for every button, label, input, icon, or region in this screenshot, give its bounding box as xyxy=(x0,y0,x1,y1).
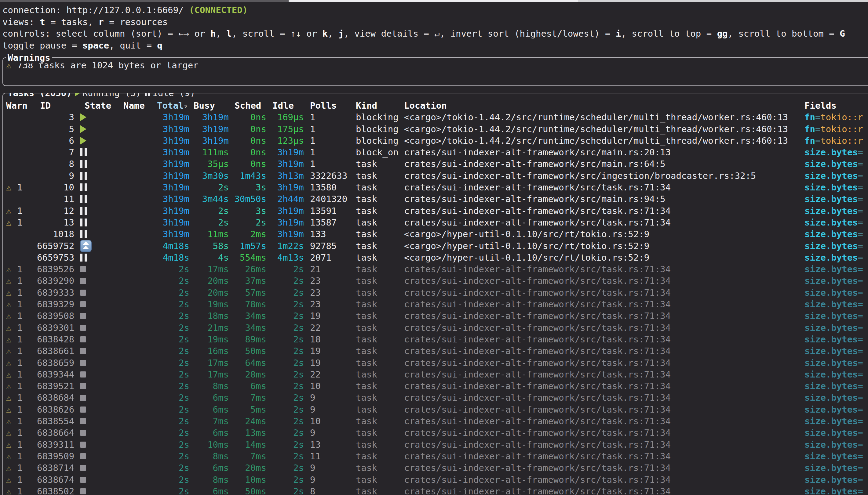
task-row[interactable]: 113h19m3m44s30m50s2h44m2401320taskcrates… xyxy=(3,193,868,205)
task-row[interactable]: ⚠168393442s17ms28ms2s22taskcrates/sui-in… xyxy=(3,369,868,380)
column-header-total[interactable]: Total▿ xyxy=(157,100,189,112)
task-state xyxy=(74,392,123,404)
column-header-fields[interactable]: Fields xyxy=(804,100,868,112)
task-state xyxy=(74,182,123,193)
task-location: crates/sui-indexer-alt-framework/src/tas… xyxy=(404,369,804,380)
task-idle: 2s xyxy=(266,298,304,310)
column-header-name[interactable]: Name xyxy=(123,100,157,112)
task-name xyxy=(123,404,157,415)
task-state xyxy=(74,112,123,123)
completed-icon xyxy=(80,301,86,307)
task-kind: task xyxy=(356,474,404,485)
completed-icon xyxy=(80,313,86,319)
task-busy: 58s xyxy=(189,240,229,252)
task-id: 6838684 xyxy=(37,392,74,404)
task-row[interactable]: ⚠168387142s6ms20ms2s9taskcrates/sui-inde… xyxy=(3,462,868,474)
task-row[interactable]: ⚠168393292s19ms78ms2s23taskcrates/sui-in… xyxy=(3,298,868,310)
task-idle: 1m22s xyxy=(266,240,304,252)
task-row[interactable]: ⚠168395092s8ms7ms2s11taskcrates/sui-inde… xyxy=(3,450,868,462)
task-busy: 17ms xyxy=(189,357,229,369)
task-kind: task xyxy=(356,380,404,392)
task-row[interactable]: ⚠168385022s6ms50ms2s8taskcrates/sui-inde… xyxy=(3,485,868,495)
task-idle: 2s xyxy=(266,334,304,345)
warning-icon: ⚠ xyxy=(6,217,17,228)
task-polls: 9 xyxy=(304,404,356,415)
task-row[interactable]: ⚠168384282s19ms89ms2s18taskcrates/sui-in… xyxy=(3,334,868,345)
column-header-loc[interactable]: Location xyxy=(404,100,804,112)
task-busy: 3h19m xyxy=(189,112,229,123)
task-row[interactable]: ⚠168386642s6ms13ms2s9taskcrates/sui-inde… xyxy=(3,427,868,439)
task-row[interactable]: ⚠1133h19m2s2s3h19m13587taskcrates/sui-in… xyxy=(3,217,868,228)
column-header-state[interactable]: State xyxy=(74,100,123,112)
task-row[interactable]: ⚠168395082s18ms34ms2s19taskcrates/sui-in… xyxy=(3,310,868,322)
task-row[interactable]: 66597524m18s58s1m57s1m22s92785task<cargo… xyxy=(3,240,868,252)
task-kind: blocking xyxy=(356,112,404,123)
task-row[interactable]: ⚠168395212s8ms6ms2s10taskcrates/sui-inde… xyxy=(3,380,868,392)
task-polls: 1 xyxy=(304,112,356,123)
task-row[interactable]: 63h19m3h19m0ns123µs1blocking<cargo>/toki… xyxy=(3,135,868,147)
task-polls: 3322633 xyxy=(304,170,356,182)
toggle-line: toggle pause = space, quit = q xyxy=(2,40,868,52)
idle-icon xyxy=(80,195,87,203)
task-row[interactable]: ⚠168395262s17ms26ms2s21taskcrates/sui-in… xyxy=(3,263,868,275)
task-row[interactable]: 53h19m3h19m0ns175µs1blocking<cargo>/toki… xyxy=(3,123,868,135)
column-header-polls[interactable]: Polls xyxy=(304,100,356,112)
task-row[interactable]: ⚠168385542s7ms24ms2s10taskcrates/sui-ind… xyxy=(3,415,868,427)
task-polls: 13580 xyxy=(304,182,356,193)
column-header-busy[interactable]: Busy xyxy=(189,100,229,112)
column-header-kind[interactable]: Kind xyxy=(356,100,404,112)
task-location: crates/sui-indexer-alt-framework/src/tas… xyxy=(404,217,804,228)
idle-icon xyxy=(80,148,87,156)
task-sched: 0ns xyxy=(229,135,266,147)
tasks-table-body: 33h19m3h19m0ns169µs1blocking<cargo>/toki… xyxy=(3,112,868,495)
console-header-help: connection: http://127.0.0.1:6669/ (CONN… xyxy=(0,2,868,51)
warning-icon: ⚠ xyxy=(6,357,17,369)
active-tab[interactable] xyxy=(289,0,578,2)
task-location: crates/sui-indexer-alt-framework/src/ing… xyxy=(404,170,804,182)
warn-cell: ⚠1 xyxy=(6,275,37,287)
running-icon xyxy=(80,113,86,121)
task-name xyxy=(123,485,157,495)
task-idle: 2s xyxy=(266,404,304,415)
task-row[interactable]: ⚠168386742s8ms10ms2s9taskcrates/sui-inde… xyxy=(3,474,868,485)
task-busy: 111ms xyxy=(189,147,229,158)
warn-cell: ⚠1 xyxy=(6,345,37,357)
task-row[interactable]: 33h19m3h19m0ns169µs1blocking<cargo>/toki… xyxy=(3,112,868,123)
controls-line-segment: j xyxy=(338,28,344,39)
task-state xyxy=(74,380,123,392)
task-total: 2s xyxy=(157,392,189,404)
task-row[interactable]: ⚠168393012s21ms34ms2s22taskcrates/sui-in… xyxy=(3,322,868,334)
column-header-warn[interactable]: Warn xyxy=(6,100,37,112)
controls-line-segment: k xyxy=(322,28,328,39)
task-location: crates/sui-indexer-alt-framework/src/tas… xyxy=(404,485,804,495)
task-id: 13 xyxy=(37,217,74,228)
task-row[interactable]: ⚠168393332s20ms57ms2s23taskcrates/sui-in… xyxy=(3,287,868,298)
task-row[interactable]: 73h19m111ms0ns3h19m1block_oncrates/sui-i… xyxy=(3,147,868,158)
warnings-panel-title: Warnings xyxy=(6,52,52,64)
task-row[interactable]: 93h19m3m30s1m43s3h13m3322633taskcrates/s… xyxy=(3,170,868,182)
column-header-idle[interactable]: Idle xyxy=(266,100,304,112)
task-sched: 64ms xyxy=(229,357,266,369)
task-kind: task xyxy=(356,450,404,462)
task-row[interactable]: ⚠168386612s16ms50ms2s19taskcrates/sui-in… xyxy=(3,345,868,357)
controls-line-segment: l xyxy=(226,28,232,39)
task-sched: 26ms xyxy=(229,263,266,275)
scheduled-icon xyxy=(80,240,91,252)
task-fields: size.bytes= xyxy=(804,392,868,404)
task-row[interactable]: 10183h19m11ms2ms3h19m133task<cargo>/hype… xyxy=(3,228,868,240)
task-id: 6659753 xyxy=(37,252,74,263)
task-row[interactable]: ⚠168386262s6ms5ms2s9taskcrates/sui-index… xyxy=(3,404,868,415)
task-id: 6839508 xyxy=(37,310,74,322)
task-row[interactable]: ⚠168393112s10ms14ms2s13taskcrates/sui-in… xyxy=(3,439,868,450)
task-row[interactable]: ⚠168386592s17ms64ms2s19taskcrates/sui-in… xyxy=(3,357,868,369)
task-row[interactable]: 66597534m18s4s554ms4m13s2071task<cargo>/… xyxy=(3,252,868,263)
task-kind: task xyxy=(356,252,404,263)
column-header-id[interactable]: ID xyxy=(37,100,74,112)
task-row[interactable]: ⚠168392902s20ms37ms2s23taskcrates/sui-in… xyxy=(3,275,868,287)
column-header-sched[interactable]: Sched xyxy=(229,100,266,112)
task-row[interactable]: ⚠168386842s6ms7ms2s9taskcrates/sui-index… xyxy=(3,392,868,404)
task-location: crates/sui-indexer-alt-framework/src/mai… xyxy=(404,193,804,205)
task-row[interactable]: 83h19m35µs0ns3h19m1taskcrates/sui-indexe… xyxy=(3,158,868,170)
task-row[interactable]: ⚠1123h19m2s3s3h19m13591taskcrates/sui-in… xyxy=(3,205,868,217)
task-row[interactable]: ⚠1103h19m2s3s3h19m13580taskcrates/sui-in… xyxy=(3,182,868,193)
